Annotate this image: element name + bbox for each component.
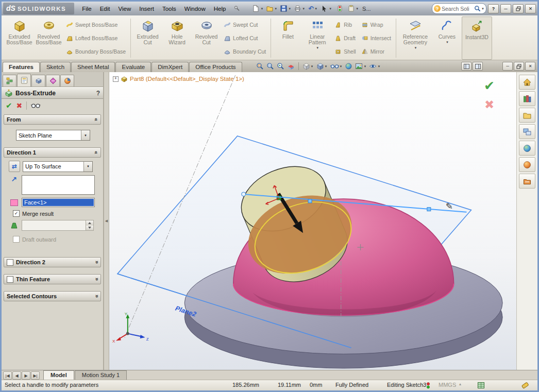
- scenes-button[interactable]: [519, 157, 535, 172]
- linear-pattern-button[interactable]: Linear Pattern ▼: [302, 16, 332, 60]
- shell-button[interactable]: Shell: [333, 46, 357, 57]
- pm-cancel-button[interactable]: ✖: [16, 101, 23, 110]
- last-tab-button[interactable]: ▶|: [31, 371, 40, 380]
- revolved-cut-button[interactable]: Revolved Cut: [192, 16, 221, 60]
- direction1-section-header[interactable]: Direction 1 «: [4, 147, 101, 158]
- lofted-boss-base-button[interactable]: Lofted Boss/Base: [64, 32, 127, 44]
- fillet-button[interactable]: Fillet: [273, 16, 302, 60]
- hide-show-items-button[interactable]: ▼: [329, 61, 344, 71]
- rebuild-button[interactable]: [333, 3, 346, 14]
- graphics-viewport[interactable]: ✎ Plane2 Y Z X +: [109, 72, 516, 370]
- dimxpertmanager-tab[interactable]: [46, 75, 60, 87]
- options-button[interactable]: ▼: [346, 3, 360, 14]
- previous-view-button[interactable]: [276, 61, 285, 71]
- apply-scene-button[interactable]: ▼: [354, 61, 367, 71]
- section-view-button[interactable]: [286, 61, 296, 71]
- zoom-fit-button[interactable]: [255, 61, 265, 71]
- extruded-cut-button[interactable]: Extruded Cut: [133, 16, 162, 60]
- units-caret-icon[interactable]: ▴: [459, 382, 461, 386]
- panel-splitter[interactable]: ◀: [104, 72, 109, 370]
- zoom-area-button[interactable]: [265, 61, 275, 71]
- doc-close-button[interactable]: ✕: [525, 62, 535, 71]
- lofted-cut-button[interactable]: Lofted Cut: [222, 32, 267, 44]
- custom-properties-button[interactable]: [519, 174, 535, 189]
- featuremanager-tab[interactable]: [3, 75, 16, 87]
- menu-window[interactable]: Window: [180, 3, 210, 14]
- thin-feature-checkbox[interactable]: [7, 276, 13, 283]
- search-input[interactable]: [441, 6, 474, 12]
- draft-outward-checkbox[interactable]: [13, 236, 20, 243]
- wrap-button[interactable]: Wrap: [360, 19, 393, 30]
- boundary-boss-base-button[interactable]: Boundary Boss/Base: [64, 46, 127, 57]
- direction2-checkbox[interactable]: [7, 259, 13, 266]
- next-tab-button[interactable]: ▶: [22, 371, 30, 380]
- units-dropdown[interactable]: MMGS: [439, 382, 456, 388]
- menu-view[interactable]: View: [114, 3, 135, 14]
- confirm-ok-icon[interactable]: ✔: [484, 78, 495, 93]
- swept-boss-base-button[interactable]: Swept Boss/Base: [64, 19, 127, 30]
- close-button[interactable]: ✕: [525, 4, 536, 13]
- tab-evaluate[interactable]: Evaluate: [115, 62, 151, 72]
- tab-features[interactable]: Features: [3, 62, 40, 72]
- print-button[interactable]: ▼: [293, 3, 306, 14]
- menu-file[interactable]: File: [78, 3, 96, 14]
- curves-button[interactable]: Curves ▼: [432, 16, 462, 60]
- design-library-button[interactable]: [519, 91, 535, 106]
- new-document-button[interactable]: ▼: [251, 3, 264, 14]
- view-orientation-button[interactable]: ▼: [301, 61, 315, 71]
- axis-end-handle[interactable]: [427, 208, 431, 211]
- view-settings-button[interactable]: ▼: [368, 61, 381, 71]
- doc-restore-button[interactable]: [514, 62, 524, 71]
- merge-result-checkbox[interactable]: ✓: [13, 210, 20, 217]
- swept-cut-button[interactable]: Swept Cut: [222, 19, 267, 30]
- tab-office-products[interactable]: Office Products: [189, 62, 242, 72]
- toolbar-overflow-label[interactable]: S...: [362, 6, 371, 12]
- appearances-button[interactable]: [519, 141, 535, 156]
- selected-face-item[interactable]: Face<1>: [23, 199, 94, 206]
- axis-midpoint-handle[interactable]: [308, 199, 312, 203]
- boundary-cut-button[interactable]: Boundary Cut: [222, 46, 267, 57]
- motion-study-tab[interactable]: Motion Study 1: [75, 370, 127, 380]
- reference-geometry-button[interactable]: Reference Geometry ▼: [398, 16, 432, 60]
- tree-expand-icon[interactable]: +: [113, 76, 119, 82]
- first-tab-button[interactable]: |◀: [3, 371, 12, 380]
- menu-tools[interactable]: Tools: [158, 3, 180, 14]
- solidworks-resources-button[interactable]: [519, 75, 535, 90]
- file-explorer-button[interactable]: [519, 108, 535, 123]
- end-condition-dropdown[interactable]: Up To Surface ▼: [23, 161, 93, 172]
- select-tool-button[interactable]: ▼: [319, 3, 333, 14]
- model-scene[interactable]: ✎ Plane2 Y Z X: [109, 72, 516, 370]
- draft-button[interactable]: Draft: [333, 32, 357, 44]
- undo-button[interactable]: ↶ ▼: [307, 3, 319, 14]
- tab-dimxpert[interactable]: DimXpert: [151, 62, 189, 72]
- restore-button[interactable]: [513, 4, 524, 13]
- thin-feature-section-header[interactable]: Thin Feature «: [4, 274, 101, 284]
- draft-angle-spinner[interactable]: [22, 220, 94, 231]
- open-document-button[interactable]: ▼: [265, 3, 278, 14]
- tab-sketch[interactable]: Sketch: [40, 62, 71, 72]
- search-magnifier-icon[interactable]: [474, 5, 481, 12]
- model-tab[interactable]: Model: [43, 370, 74, 380]
- splitter-collapse-icon[interactable]: ◀: [105, 219, 108, 223]
- detailed-preview-icon[interactable]: [31, 102, 41, 109]
- spreadsheet-icon[interactable]: [478, 382, 484, 388]
- confirm-cancel-icon[interactable]: ✖: [484, 98, 494, 112]
- reverse-direction-button[interactable]: ⇄: [9, 161, 20, 172]
- axis-endpoint-handle[interactable]: [242, 192, 246, 196]
- minimize-button[interactable]: ─: [500, 4, 511, 13]
- hole-wizard-button[interactable]: Hole Wizard: [162, 16, 192, 60]
- surface-selection-box[interactable]: Face<1>: [22, 198, 95, 207]
- extruded-boss-base-button[interactable]: Extruded Boss/Base: [5, 16, 34, 60]
- caret-down-icon[interactable]: ▼: [481, 7, 484, 10]
- instant3d-button[interactable]: Instant3D: [462, 16, 492, 60]
- tree-item-label[interactable]: Part8 (Default<<Default>_Display State 1…: [130, 76, 244, 82]
- save-button[interactable]: ▼: [279, 3, 292, 14]
- direction-reference-box[interactable]: [22, 175, 95, 195]
- doc-minimize-button[interactable]: ─: [502, 62, 513, 71]
- propertymanager-tab[interactable]: [17, 74, 31, 87]
- pm-help-icon[interactable]: ?: [96, 90, 100, 97]
- rib-button[interactable]: Rib: [333, 19, 357, 30]
- tag-icon[interactable]: [521, 382, 529, 389]
- edit-appearance-button[interactable]: [344, 61, 353, 71]
- pane-split-right-icon[interactable]: [473, 62, 483, 71]
